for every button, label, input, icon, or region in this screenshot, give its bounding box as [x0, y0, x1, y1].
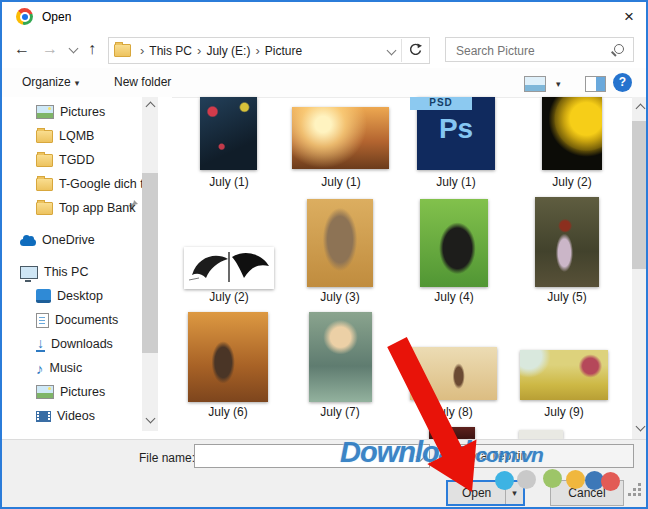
search-input[interactable]: [454, 39, 618, 62]
file-label: July (5): [517, 290, 617, 306]
file-list-scrollbar[interactable]: [632, 97, 648, 439]
music-icon: ♪: [36, 361, 44, 376]
file-label: July (7): [290, 405, 390, 421]
thumbnail-july-6-boy[interactable]: [188, 312, 268, 402]
sidebar-item-music[interactable]: ♪Music: [36, 358, 82, 378]
refresh-icon[interactable]: [408, 43, 423, 58]
annotation-dot-green: [543, 469, 562, 488]
breadcrumb-drive[interactable]: July (E:): [206, 44, 250, 58]
sidebar-item-lqmb[interactable]: LQMB: [36, 126, 94, 146]
scroll-down-icon[interactable]: [636, 422, 646, 432]
annotation-dot-red: [601, 472, 620, 491]
breadcrumb-separator: ›: [140, 43, 144, 58]
breadcrumb-separator: ›: [197, 43, 201, 58]
annotation-dot-blue: [495, 471, 514, 490]
sidebar-item-tgdd[interactable]: TGDD: [36, 150, 94, 170]
file-label: July (1): [406, 175, 506, 191]
annotation-dot-gray: [517, 470, 536, 489]
new-folder-button[interactable]: New folder: [114, 75, 171, 89]
folder-icon: [36, 178, 53, 191]
wing-tattoo-graphic: [184, 247, 274, 289]
computer-icon: [20, 266, 38, 279]
help-icon[interactable]: ?: [613, 73, 632, 92]
thumbnail-july-2-sunflower[interactable]: [542, 97, 602, 170]
sidebar-item-t-google[interactable]: T-Google dich tv: [36, 174, 154, 194]
back-button[interactable]: ←: [14, 39, 30, 59]
thumbnail-july-9-girl[interactable]: [520, 350, 608, 400]
up-button[interactable]: ↑: [88, 39, 96, 59]
sidebar-item-this-pc[interactable]: This PC: [20, 262, 88, 282]
thumbnail-july-7-girl[interactable]: [309, 312, 372, 402]
file-label: July (3): [290, 290, 390, 306]
sidebar-item-onedrive[interactable]: OneDrive: [20, 230, 95, 250]
recent-locations-chevron-icon[interactable]: [69, 44, 79, 54]
folder-icon: [36, 154, 53, 167]
address-dropdown-chevron-icon[interactable]: [387, 46, 397, 56]
organize-button[interactable]: Organize▾: [22, 75, 79, 89]
sidebar-item-pictures-quickaccess[interactable]: Pictures: [36, 102, 105, 122]
watermark-suffix: .com.vn: [471, 443, 543, 466]
thumbnail-view-icon[interactable]: [524, 76, 546, 92]
sidebar-scrollbar[interactable]: [142, 97, 158, 431]
close-button[interactable]: ×: [614, 4, 644, 30]
thumbnail-july-8-woman[interactable]: [410, 347, 497, 400]
documents-icon: [36, 313, 49, 328]
file-label: July (4): [404, 290, 504, 306]
forward-button[interactable]: →: [42, 39, 58, 59]
sidebar-item-desktop[interactable]: Desktop: [36, 286, 103, 306]
watermark: Download.com.vn: [340, 436, 543, 469]
file-label: July (1): [179, 175, 279, 191]
breadcrumb-separator: ›: [255, 43, 259, 58]
thumbnail-july-1-psd[interactable]: PSD Ps: [417, 97, 495, 170]
view-options-chevron-icon[interactable]: ▾: [556, 79, 561, 89]
desktop-icon: [36, 289, 51, 303]
command-toolbar: Organize▾ New folder ▾ ?: [2, 68, 646, 98]
downloads-icon: ↓: [36, 336, 45, 352]
psd-ribbon: PSD: [410, 97, 472, 110]
thumbnail-july-3-cat[interactable]: [307, 199, 373, 287]
file-name-label: File name:: [139, 451, 195, 465]
watermark-text: Download: [340, 436, 471, 468]
search-icon[interactable]: [614, 44, 624, 54]
file-label: July (6): [178, 405, 278, 421]
thumbnail-july-1-sunset[interactable]: [292, 107, 389, 169]
thumbnail-july-1-leaves[interactable]: [200, 97, 257, 170]
file-list-scrollbar-thumb[interactable]: [632, 121, 648, 269]
pictures-icon: [36, 105, 54, 119]
sidebar-item-pictures[interactable]: Pictures: [36, 382, 105, 402]
sidebar-item-documents[interactable]: Documents: [36, 310, 118, 330]
folder-icon: [114, 44, 131, 57]
sidebar-item-top-app-bank[interactable]: Top app Bank: [36, 198, 135, 218]
videos-icon: [36, 411, 51, 422]
open-dialog-window: Open × ← → ↑ › This PC › July (E:) › Pic…: [0, 0, 648, 509]
navigation-bar: ← → ↑ › This PC › July (E:) › Picture: [2, 32, 646, 68]
annotation-dot-yellow: [566, 470, 585, 489]
resize-grip[interactable]: [628, 493, 631, 496]
scroll-up-icon[interactable]: [636, 104, 646, 114]
file-label: July (2): [179, 290, 279, 306]
breadcrumb-folder[interactable]: Picture: [265, 44, 302, 58]
window-title: Open: [42, 10, 71, 24]
folder-icon: [36, 130, 53, 143]
pictures-icon: [36, 385, 54, 399]
thumbnail-july-4-gorilla[interactable]: [420, 199, 488, 287]
sidebar-item-videos[interactable]: Videos: [36, 406, 95, 426]
chrome-logo-icon: [16, 8, 33, 25]
folder-icon: [36, 202, 53, 215]
scroll-up-icon[interactable]: [146, 102, 156, 112]
file-label: July (1): [291, 175, 391, 191]
search-box[interactable]: [445, 37, 634, 62]
sidebar-scrollbar-thumb[interactable]: [142, 173, 158, 353]
divider: [401, 39, 402, 62]
sidebar-item-downloads[interactable]: ↓Downloads: [36, 334, 113, 354]
title-bar: Open ×: [2, 2, 646, 32]
file-label: July (8): [403, 405, 503, 421]
preview-pane-icon[interactable]: [585, 76, 606, 92]
chevron-down-icon: ▾: [75, 78, 80, 88]
address-bar[interactable]: › This PC › July (E:) › Picture: [108, 37, 430, 64]
thumbnail-july-5-woman[interactable]: [535, 197, 599, 287]
onedrive-cloud-icon: [20, 239, 36, 246]
breadcrumb-this-pc[interactable]: This PC: [149, 44, 192, 58]
scroll-down-icon[interactable]: [146, 414, 156, 424]
thumbnail-july-2-wings[interactable]: [184, 247, 274, 289]
